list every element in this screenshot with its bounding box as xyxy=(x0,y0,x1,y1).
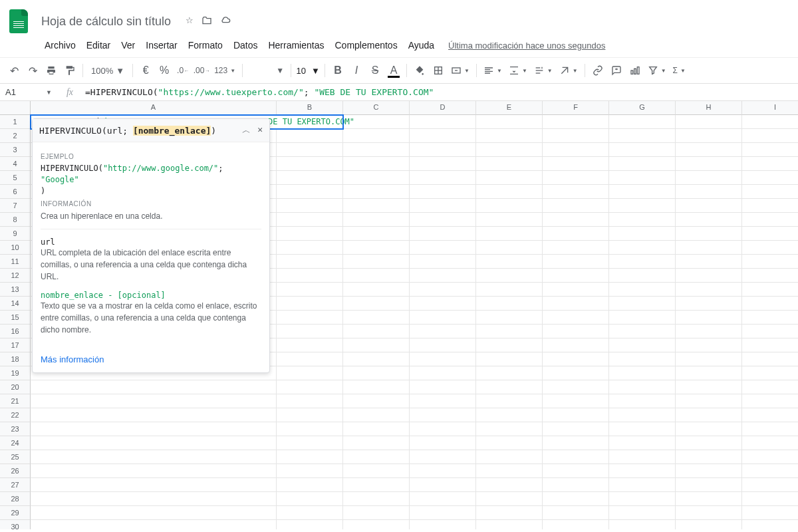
row-header[interactable]: 21 xyxy=(0,394,31,408)
cell[interactable] xyxy=(676,394,742,408)
cell[interactable] xyxy=(277,506,343,520)
cell[interactable] xyxy=(277,464,343,478)
sheets-logo[interactable] xyxy=(5,8,32,35)
cell[interactable] xyxy=(476,325,543,338)
cell[interactable] xyxy=(543,143,609,157)
cell[interactable] xyxy=(609,311,676,325)
cell[interactable] xyxy=(277,366,343,380)
cell[interactable] xyxy=(609,520,676,529)
cell[interactable] xyxy=(543,464,609,478)
cell[interactable] xyxy=(742,311,798,325)
cell[interactable] xyxy=(410,143,476,157)
cell[interactable] xyxy=(277,241,343,255)
cell[interactable] xyxy=(742,213,798,227)
cell[interactable] xyxy=(476,311,543,325)
cell[interactable] xyxy=(343,366,410,380)
cell[interactable] xyxy=(31,380,277,394)
cell[interactable] xyxy=(410,297,476,311)
cell[interactable] xyxy=(742,283,798,297)
cell[interactable] xyxy=(343,380,410,394)
menu-ayuda[interactable]: Ayuda xyxy=(404,37,439,53)
cell[interactable] xyxy=(476,520,543,529)
cell[interactable] xyxy=(742,269,798,283)
cell[interactable] xyxy=(742,325,798,338)
borders-button[interactable] xyxy=(430,62,447,79)
cell[interactable] xyxy=(476,269,543,283)
row-header[interactable]: 23 xyxy=(0,422,31,436)
row-header[interactable]: 11 xyxy=(0,255,31,269)
row-header[interactable]: 24 xyxy=(0,436,31,450)
cell[interactable] xyxy=(742,464,798,478)
cell[interactable] xyxy=(676,436,742,450)
cell[interactable] xyxy=(676,478,742,492)
column-header[interactable]: H xyxy=(676,101,742,115)
cell[interactable] xyxy=(676,325,742,338)
cell[interactable] xyxy=(277,227,343,241)
cell[interactable] xyxy=(676,283,742,297)
cell[interactable] xyxy=(609,297,676,311)
cell[interactable] xyxy=(31,492,277,506)
cell[interactable] xyxy=(742,492,798,506)
cell[interactable] xyxy=(410,157,476,171)
column-header[interactable]: C xyxy=(343,101,410,115)
cell[interactable] xyxy=(277,394,343,408)
cell[interactable] xyxy=(543,478,609,492)
cell[interactable] xyxy=(543,157,609,171)
cell[interactable] xyxy=(277,185,343,199)
cell[interactable] xyxy=(609,394,676,408)
bold-button[interactable]: B xyxy=(329,62,346,79)
cell[interactable] xyxy=(277,171,343,185)
cell[interactable] xyxy=(343,408,410,422)
more-info-link[interactable]: Más información xyxy=(33,349,269,372)
cell[interactable] xyxy=(543,255,609,269)
cell[interactable] xyxy=(410,394,476,408)
cell[interactable] xyxy=(543,325,609,338)
cell[interactable] xyxy=(277,157,343,171)
cell[interactable] xyxy=(277,352,343,366)
name-box[interactable]: A1 xyxy=(0,87,33,97)
cell[interactable] xyxy=(609,115,676,129)
cell[interactable] xyxy=(676,520,742,529)
cell[interactable] xyxy=(410,171,476,185)
cell[interactable] xyxy=(742,171,798,185)
cell[interactable] xyxy=(343,464,410,478)
cell[interactable] xyxy=(742,450,798,464)
row-header[interactable]: 4 xyxy=(0,157,31,171)
cell[interactable] xyxy=(343,325,410,338)
cell[interactable] xyxy=(676,227,742,241)
menu-formato[interactable]: Formato xyxy=(184,37,227,53)
cell[interactable] xyxy=(410,199,476,213)
number-format-select[interactable]: 123▼ xyxy=(211,62,238,79)
menu-herramientas[interactable]: Herramientas xyxy=(263,37,329,53)
cell[interactable] xyxy=(476,227,543,241)
italic-button[interactable]: I xyxy=(348,62,365,79)
cell[interactable] xyxy=(343,520,410,529)
row-header[interactable]: 9 xyxy=(0,227,31,241)
cell[interactable] xyxy=(742,241,798,255)
cell[interactable] xyxy=(343,185,410,199)
cell[interactable] xyxy=(277,297,343,311)
cell[interactable] xyxy=(609,325,676,338)
cell[interactable] xyxy=(609,241,676,255)
cell[interactable] xyxy=(410,338,476,352)
cell[interactable] xyxy=(742,255,798,269)
cell[interactable] xyxy=(676,241,742,255)
cell[interactable] xyxy=(676,199,742,213)
cell[interactable] xyxy=(543,492,609,506)
cell[interactable] xyxy=(609,171,676,185)
cell[interactable] xyxy=(277,283,343,297)
cell[interactable] xyxy=(543,213,609,227)
cell[interactable] xyxy=(277,269,343,283)
cell[interactable] xyxy=(676,269,742,283)
valign-button[interactable]: ▼ xyxy=(506,62,530,79)
column-header[interactable]: A xyxy=(31,101,277,115)
decrease-decimal-button[interactable]: .0← xyxy=(174,62,192,79)
cell[interactable] xyxy=(277,255,343,269)
comment-button[interactable] xyxy=(608,62,625,79)
cell[interactable] xyxy=(609,185,676,199)
cell[interactable] xyxy=(476,115,543,129)
cell[interactable] xyxy=(543,185,609,199)
cell[interactable] xyxy=(742,185,798,199)
cell[interactable] xyxy=(410,227,476,241)
cell[interactable] xyxy=(742,506,798,520)
